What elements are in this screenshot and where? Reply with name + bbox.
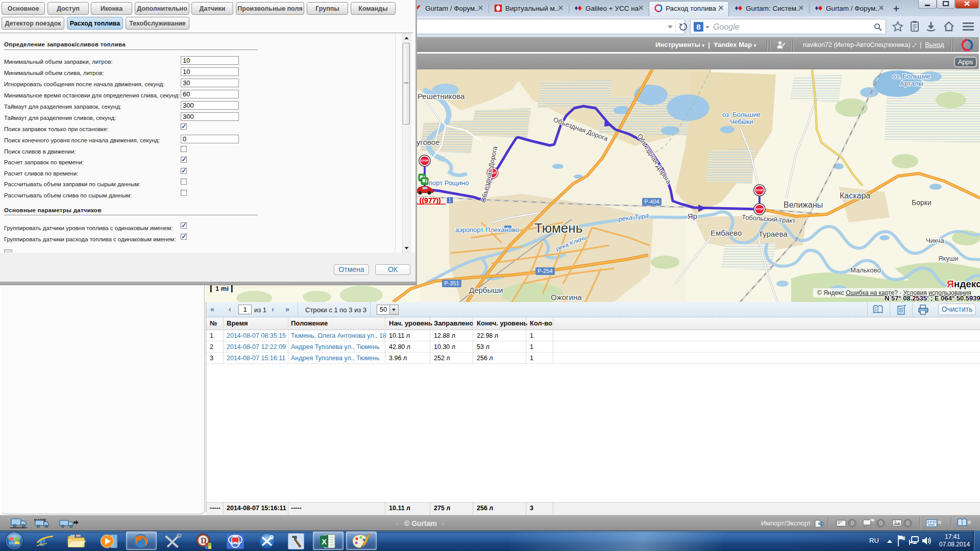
- svg-text:Р-404: Р-404: [644, 198, 659, 205]
- svg-text:STOP: STOP: [756, 208, 764, 211]
- svg-text:Чебыки: Чебыки: [730, 118, 753, 126]
- svg-text:порт Рощино: порт Рощино: [429, 179, 469, 187]
- svg-text:Р-351: Р-351: [444, 280, 459, 286]
- svg-text:Якуши: Якуши: [938, 255, 958, 262]
- svg-text:Яр: Яр: [688, 212, 697, 220]
- svg-text:Решетникова: Решетникова: [418, 92, 465, 101]
- svg-text:уговое: уговое: [416, 138, 439, 146]
- svg-text:Чикча: Чикча: [926, 237, 944, 244]
- svg-text:X: X: [322, 537, 327, 546]
- svg-text:STOP: STOP: [421, 159, 429, 162]
- svg-text:оз. Большие: оз. Большие: [892, 72, 930, 80]
- svg-text:STOP: STOP: [756, 189, 764, 192]
- svg-text:Ожогина: Ожогина: [551, 293, 582, 302]
- svg-text:Мальково: Мальково: [850, 266, 881, 274]
- svg-text:Борки: Борки: [912, 198, 932, 207]
- svg-text:Яндекс: Яндекс: [947, 279, 980, 289]
- svg-text:оз. Большие: оз. Большие: [722, 111, 761, 118]
- svg-text:e: e: [39, 534, 45, 549]
- svg-text:д ((977)): д ((977)): [413, 196, 441, 205]
- svg-text:Дербыши: Дербыши: [469, 286, 503, 294]
- svg-text:Тюмень: Тюмень: [534, 220, 582, 236]
- svg-text:Арталы: Арталы: [900, 80, 923, 87]
- svg-text:аэропорт Плеханово: аэропорт Плеханово: [455, 226, 519, 234]
- svg-text:1: 1: [448, 197, 451, 203]
- svg-text:Велижаны: Велижаны: [783, 201, 823, 209]
- svg-text:N 57° 08.2535' ; E 064° 50.593: N 57° 08.2535' ; E 064° 50.5939': [885, 294, 980, 302]
- svg-text:Ембаево: Ембаево: [710, 229, 742, 237]
- svg-text:Тураева: Тураева: [758, 230, 788, 238]
- svg-text:1 mi: 1 mi: [215, 285, 229, 292]
- svg-text:Каскара: Каскара: [840, 191, 870, 200]
- svg-text:Р-254: Р-254: [537, 268, 552, 274]
